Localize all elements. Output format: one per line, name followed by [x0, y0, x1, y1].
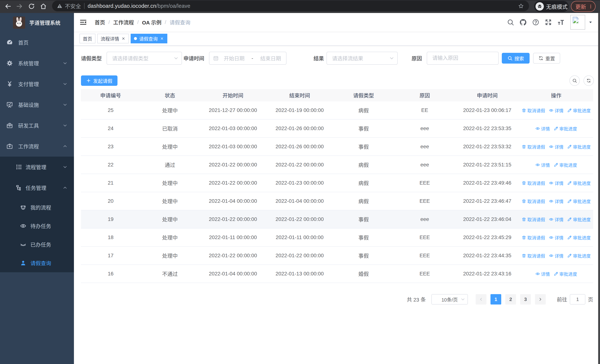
browser-update-button[interactable]: 更新	[571, 1, 596, 12]
action-label: 详情	[555, 198, 563, 205]
leave-type-select[interactable]: 请选择请假类型	[107, 52, 182, 65]
breadcrumb-item[interactable]: OA 示例	[142, 19, 162, 26]
toggle-search-button[interactable]	[569, 75, 580, 86]
sidebar-item-已办任务[interactable]: 已办任务	[0, 235, 74, 254]
cell-start: 2022-01-22 00:00:00	[200, 210, 266, 228]
avatar-caret-icon[interactable]	[588, 20, 593, 25]
browser-menu-icon[interactable]	[588, 4, 593, 9]
action-cancel-link[interactable]: 取消请假	[522, 198, 545, 205]
action-progress-link[interactable]: 审批进度	[567, 180, 591, 186]
cell-id: 20	[81, 192, 140, 210]
view-icon	[549, 144, 555, 149]
cell-apply: 2022-01-22 23:46:47	[455, 192, 519, 210]
search-button[interactable]: 搜索	[502, 53, 530, 64]
sidebar: 芋道管理系统 首页系统管理支付管理基础设施研发工具工作流程流程管理任务管理我的流…	[0, 13, 74, 364]
next-page-button[interactable]	[535, 294, 546, 305]
action-detail-link[interactable]: 详情	[535, 162, 550, 168]
font-size-icon[interactable]	[557, 19, 564, 26]
view-icon	[535, 271, 541, 276]
result-select[interactable]: 请选择流结果	[327, 52, 398, 65]
action-cancel-link[interactable]: 取消请假	[522, 252, 545, 259]
sidebar-item-支付管理[interactable]: 支付管理	[0, 74, 74, 94]
action-progress-link[interactable]: 审批进度	[567, 198, 591, 205]
action-detail-link[interactable]: 详情	[549, 234, 563, 241]
reason-input[interactable]	[427, 52, 498, 64]
forward-icon[interactable]	[16, 3, 23, 10]
cell-actions: 详情审批进度	[519, 265, 593, 283]
action-cancel-link[interactable]: 取消请假	[522, 216, 545, 223]
action-progress-link[interactable]: 审批进度	[567, 252, 591, 259]
action-detail-link[interactable]: 详情	[549, 143, 563, 150]
tab-请假查询[interactable]: 请假查询	[131, 34, 167, 43]
cell-actions: 详情审批进度	[519, 156, 593, 174]
action-cancel-link[interactable]: 取消请假	[522, 143, 545, 150]
prev-page-button[interactable]	[476, 294, 487, 305]
tab-流程详情[interactable]: 流程详情	[97, 34, 129, 43]
action-progress-link[interactable]: 审批进度	[567, 107, 591, 114]
sidebar-item-流程管理[interactable]: 流程管理	[0, 157, 74, 177]
hamburger-icon[interactable]	[80, 19, 87, 26]
action-detail-link[interactable]: 详情	[549, 107, 563, 114]
fullscreen-icon[interactable]	[545, 19, 552, 26]
page-button-1[interactable]: 1	[490, 294, 501, 305]
page-button-2[interactable]: 2	[505, 294, 516, 305]
breadcrumb-item[interactable]: 工作流程	[113, 19, 134, 26]
help-icon[interactable]	[532, 19, 539, 26]
action-detail-link[interactable]: 详情	[549, 198, 563, 205]
tab-首页[interactable]: 首页	[79, 34, 95, 43]
back-icon[interactable]	[4, 3, 11, 10]
jump-page-input[interactable]	[570, 294, 585, 305]
action-progress-link[interactable]: 审批进度	[567, 143, 591, 150]
address-bar[interactable]: 不安全 dashboard.yudao.iocoder.cn/bpm/oa/le…	[52, 0, 529, 11]
action-progress-link[interactable]: 审批进度	[567, 216, 591, 223]
sidebar-item-我的流程[interactable]: 我的流程	[0, 198, 74, 217]
home-icon[interactable]	[40, 3, 47, 10]
create-leave-button[interactable]: 发起请假	[81, 75, 117, 86]
sidebar-item-首页[interactable]: 首页	[0, 32, 74, 53]
page-size-select[interactable]: 10条/页	[431, 294, 468, 305]
action-cancel-link[interactable]: 取消请假	[522, 107, 545, 114]
reload-icon[interactable]	[28, 3, 35, 10]
close-icon[interactable]	[121, 37, 125, 41]
action-progress-link[interactable]: 审批进度	[567, 234, 591, 241]
action-detail-link[interactable]: 详情	[549, 252, 563, 259]
sidebar-item-任务管理[interactable]: 任务管理	[0, 177, 74, 198]
bookmark-star-icon[interactable]	[518, 3, 524, 9]
cell-actions: 详情审批进度	[519, 120, 593, 137]
breadcrumb-item[interactable]: 首页	[95, 19, 105, 26]
close-icon[interactable]	[160, 37, 164, 41]
org-icon	[16, 184, 22, 191]
sidebar-item-待办任务[interactable]: 待办任务	[0, 217, 74, 235]
page-button-3[interactable]: 3	[520, 294, 531, 305]
sidebar-item-基础设施[interactable]: 基础设施	[0, 94, 74, 115]
cell-status: 处理中	[140, 210, 200, 228]
action-detail-link[interactable]: 详情	[535, 125, 550, 132]
sidebar-item-工作流程[interactable]: 工作流程	[0, 136, 74, 157]
edit-icon	[567, 217, 573, 222]
sidebar-menu: 首页系统管理支付管理基础设施研发工具工作流程流程管理任务管理我的流程待办任务已办…	[0, 32, 74, 272]
sidebar-item-label: 请假查询	[30, 259, 51, 267]
github-icon[interactable]	[520, 19, 527, 26]
reset-button[interactable]: 重置	[533, 53, 560, 64]
sidebar-item-请假查询[interactable]: 请假查询	[0, 254, 74, 272]
not-secure-label[interactable]: 不安全	[65, 2, 81, 10]
sidebar-item-系统管理[interactable]: 系统管理	[0, 53, 74, 74]
apply-time-range-picker[interactable]: 开始日期 - 结束日期	[209, 52, 286, 65]
action-detail-link[interactable]: 详情	[549, 216, 563, 223]
sidebar-item-研发工具[interactable]: 研发工具	[0, 115, 74, 136]
action-progress-link[interactable]: 审批进度	[554, 162, 577, 168]
page-url[interactable]: dashboard.yudao.iocoder.cn/bpm/oa/leave	[88, 3, 190, 9]
action-detail-link[interactable]: 详情	[535, 271, 550, 277]
refresh-table-button[interactable]	[583, 75, 594, 86]
window-scrollbar[interactable]	[598, 13, 600, 364]
end-date-placeholder[interactable]: 结束日期	[255, 55, 286, 62]
action-progress-link[interactable]: 审批进度	[554, 271, 577, 277]
user-avatar[interactable]	[570, 15, 585, 30]
start-date-placeholder[interactable]: 开始日期	[219, 55, 250, 62]
action-detail-link[interactable]: 详情	[549, 180, 563, 186]
action-progress-link[interactable]: 审批进度	[554, 125, 577, 132]
sidebar-logo[interactable]: 芋道管理系统	[0, 13, 74, 32]
action-cancel-link[interactable]: 取消请假	[522, 234, 545, 241]
header-search-icon[interactable]	[507, 19, 514, 26]
action-cancel-link[interactable]: 取消请假	[522, 180, 545, 186]
